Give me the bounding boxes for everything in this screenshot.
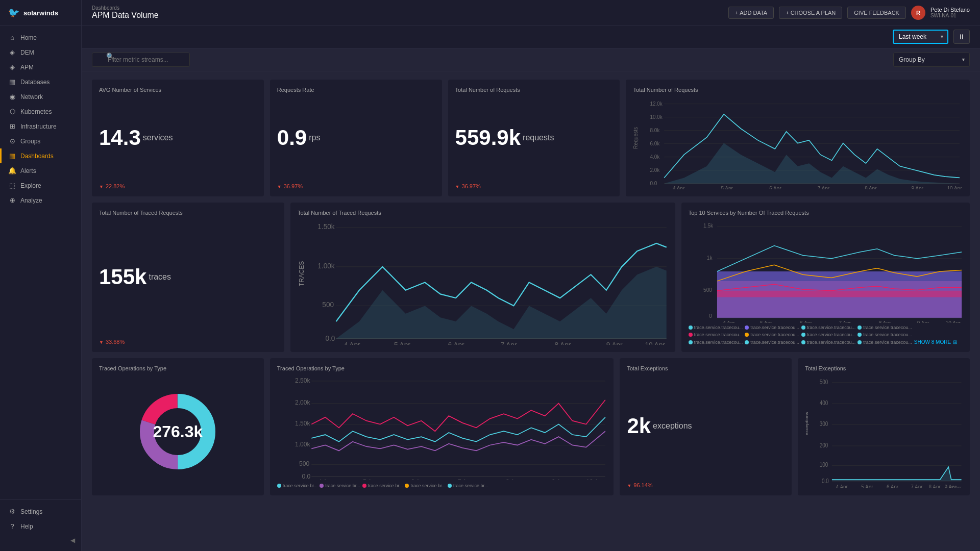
header-title-area: Dashboards APM Data Volume xyxy=(92,5,159,20)
change-down-icon xyxy=(277,183,282,189)
add-data-button[interactable]: + ADD DATA xyxy=(728,7,774,19)
groups-icon: ⊙ xyxy=(8,137,16,145)
sidebar-item-analyze[interactable]: ⊕ Analyze xyxy=(0,193,81,208)
svg-text:10 Apr: 10 Apr xyxy=(950,485,962,488)
svg-text:7 Apr: 7 Apr xyxy=(911,484,923,488)
time-range-select[interactable]: Last week Last hour Last 6 hours Last da… xyxy=(893,30,948,44)
total-requests-chart: 12.0k 10.0k 8.0k 6.0k 4.0k 2.0k 0.0 xyxy=(633,97,963,189)
svg-text:6.0k: 6.0k xyxy=(650,141,660,146)
exceptions-svg: 500 400 300 200 100 0.0 xyxy=(805,375,963,488)
svg-text:7 Apr: 7 Apr xyxy=(501,341,517,345)
sidebar-item-groups[interactable]: ⊙ Groups xyxy=(0,134,81,148)
sidebar-item-dem[interactable]: ◈ DEM xyxy=(0,45,81,60)
svg-text:1k: 1k xyxy=(706,255,712,261)
sidebar-nav: ⌂ Home ◈ DEM ◈ APM ▦ Databases ◉ Network… xyxy=(0,26,81,499)
svg-text:9 Apr: 9 Apr xyxy=(606,341,623,345)
sidebar-item-label: APM xyxy=(20,64,34,71)
legend-item: trace.service.br... xyxy=(405,483,446,488)
sidebar-item-kubernetes[interactable]: ⬡ Kubernetes xyxy=(0,104,81,119)
traced-ops-donut-card: Traced Operations by Type 276.3k xyxy=(92,358,264,495)
total-requests-change: 36.97% xyxy=(455,183,613,189)
svg-text:10.0k: 10.0k xyxy=(650,114,663,120)
svg-text:5 Apr: 5 Apr xyxy=(721,186,733,189)
dashboards-icon: ▦ xyxy=(8,152,16,160)
requests-rate-value-area: 0.9 rps xyxy=(277,97,435,178)
svg-text:0.0: 0.0 xyxy=(650,181,657,186)
traced-ops-chart-title: Traced Operations by Type xyxy=(277,365,607,371)
svg-text:6 Apr: 6 Apr xyxy=(770,186,782,189)
svg-text:exceptions: exceptions xyxy=(805,411,808,435)
total-exceptions-value: 2k xyxy=(627,415,651,437)
header: Dashboards APM Data Volume + ADD DATA + … xyxy=(82,0,980,26)
svg-text:2.50k: 2.50k xyxy=(295,377,310,384)
sidebar-item-explore[interactable]: ⬚ Explore xyxy=(0,178,81,193)
donut-center-value: 276.3k xyxy=(153,422,203,441)
svg-text:7 Apr: 7 Apr xyxy=(818,186,830,189)
choose-plan-button[interactable]: + CHOOSE A PLAN xyxy=(779,7,842,19)
infrastructure-icon: ⊞ xyxy=(8,122,16,130)
requests-rate-card: Requests Rate 0.9 rps 36.97% xyxy=(270,80,442,196)
legend-item: trace.service.tracecou... xyxy=(857,332,912,337)
sidebar-item-network[interactable]: ◉ Network xyxy=(0,89,81,104)
sidebar-item-help[interactable]: ? Help xyxy=(0,519,81,534)
row-2: Total Number of Traced Requests 155k tra… xyxy=(92,203,970,352)
total-exceptions-chart-card: Total Exceptions 500 400 300 200 100 0.0 xyxy=(798,358,970,495)
total-requests-chart-card: Total Number of Requests 12.0k 10.0k 8.0… xyxy=(626,80,970,196)
sidebar-item-home[interactable]: ⌂ Home xyxy=(0,30,81,45)
sidebar-item-dashboards[interactable]: ▦ Dashboards xyxy=(0,148,81,163)
svg-text:8 Apr: 8 Apr xyxy=(506,479,520,480)
sidebar-item-label: Groups xyxy=(20,138,40,145)
legend-item: trace.service.br... xyxy=(277,483,318,488)
avg-services-change: 22.82% xyxy=(99,183,257,189)
traced-ops-legend: trace.service.br... trace.service.br... … xyxy=(277,483,607,488)
svg-text:0.0: 0.0 xyxy=(302,473,310,480)
legend-item: trace.service.tracecou... xyxy=(801,325,856,330)
legend-item: trace.service.br... xyxy=(362,483,403,488)
svg-text:8 Apr: 8 Apr xyxy=(878,319,891,323)
databases-icon: ▦ xyxy=(8,78,16,86)
network-icon: ◉ xyxy=(8,93,16,101)
sidebar-item-alerts[interactable]: 🔔 Alerts xyxy=(0,163,81,178)
sidebar-item-infrastructure[interactable]: ⊞ Infrastructure xyxy=(0,119,81,134)
breadcrumb: Dashboards xyxy=(92,5,159,11)
svg-text:5 Apr: 5 Apr xyxy=(394,341,410,345)
top10-services-card: Top 10 Services by Number Of Traced Requ… xyxy=(681,203,970,352)
group-by-select[interactable]: Group By xyxy=(893,53,970,67)
legend-item: trace.service.tracecou... xyxy=(689,325,743,330)
pause-button[interactable]: ⏸ xyxy=(953,30,970,44)
top10-legend: trace.service.tracecou... trace.service.… xyxy=(689,325,963,345)
time-range-wrapper: Last week Last hour Last 6 hours Last da… xyxy=(893,30,948,44)
logo-icon: 🐦 xyxy=(8,7,19,18)
give-feedback-button[interactable]: GIVE FEEDBACK xyxy=(847,7,906,19)
total-requests-unit: requests xyxy=(523,133,554,142)
svg-text:TRACES: TRACES xyxy=(298,261,305,287)
row-1: AVG Number of Services 14.3 services 22.… xyxy=(92,80,970,196)
sidebar: 🐦 solarwinds ⌂ Home ◈ DEM ◈ APM ▦ Databa… xyxy=(0,0,82,551)
top10-svg: 1.5k 1k 500 0 xyxy=(689,220,963,323)
svg-text:6 Apr: 6 Apr xyxy=(411,479,425,480)
total-requests-value-area: 559.9k requests xyxy=(455,97,613,178)
total-requests-value: 559.9k xyxy=(455,127,521,148)
row-3: Traced Operations by Type 276.3k xyxy=(92,358,970,495)
svg-text:9 Apr: 9 Apr xyxy=(552,479,566,480)
total-requests-stat-card: Total Number of Requests 559.9k requests… xyxy=(448,80,620,196)
legend-item: trace.service.tracecou... xyxy=(745,332,799,337)
show-more-button[interactable]: SHOW 8 MORE xyxy=(914,339,951,345)
total-exceptions-chart-title: Total Exceptions xyxy=(805,365,963,371)
svg-text:400: 400 xyxy=(820,399,828,406)
traced-requests-value: 155k xyxy=(99,266,146,288)
svg-text:9 Apr: 9 Apr xyxy=(917,319,929,323)
sidebar-collapse-button[interactable]: ◀ xyxy=(0,534,81,547)
svg-text:5 Apr: 5 Apr xyxy=(760,319,772,323)
filter-wrapper: 🔍 xyxy=(92,53,888,67)
svg-text:2.00k: 2.00k xyxy=(295,399,310,406)
expand-icon: ⊞ xyxy=(953,339,957,345)
sidebar-item-apm[interactable]: ◈ APM xyxy=(0,60,81,74)
svg-text:0.0: 0.0 xyxy=(325,335,335,342)
svg-text:2.0k: 2.0k xyxy=(650,167,660,173)
sidebar-item-settings[interactable]: ⚙ Settings xyxy=(0,504,81,519)
svg-text:200: 200 xyxy=(820,442,828,448)
toolbar: Last week Last hour Last 6 hours Last da… xyxy=(82,26,980,48)
top10-services-title: Top 10 Services by Number Of Traced Requ… xyxy=(689,210,963,216)
sidebar-item-databases[interactable]: ▦ Databases xyxy=(0,74,81,89)
